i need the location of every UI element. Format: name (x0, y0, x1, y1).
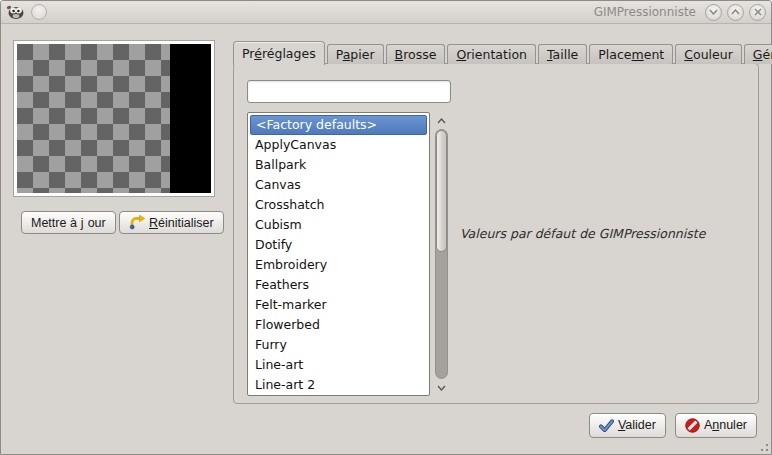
list-item[interactable]: <Factory defaults> (250, 115, 427, 135)
scroll-up-icon[interactable] (434, 114, 449, 127)
preview-pink-square (56, 78, 129, 154)
tab-general[interactable]: Général (744, 44, 772, 64)
reset-preview-button[interactable]: Réinitialiser (119, 211, 224, 234)
list-item[interactable]: Line-art (250, 355, 427, 375)
close-button[interactable] (749, 4, 766, 21)
list-item[interactable]: Canvas (250, 175, 427, 195)
maximize-button[interactable] (727, 4, 744, 21)
titlebar: GIMPressionniste (1, 1, 771, 24)
tab-couleur[interactable]: Couleur (675, 44, 742, 64)
tab-placement[interactable]: Placement (589, 44, 673, 64)
dialog-footer: Valider Annuler (1, 402, 771, 454)
list-item[interactable]: Felt-marker (250, 295, 427, 315)
scroll-down-icon[interactable] (434, 381, 449, 394)
preset-name-input[interactable] (247, 80, 451, 103)
tab-taille[interactable]: Taille (538, 44, 587, 64)
tab-bar: PréréglagesPapierBrosseOrientationTaille… (233, 40, 772, 64)
preview-black-bar (170, 44, 211, 193)
resize-grip[interactable] (758, 441, 770, 453)
gimpressionist-dialog: GIMPressionniste Mettre à jour Réinitial… (0, 0, 772, 455)
list-item[interactable]: Line-art 2 (250, 375, 427, 395)
cancel-button[interactable]: Annuler (675, 413, 757, 438)
minimize-button[interactable] (705, 4, 722, 21)
window-title: GIMPressionniste (594, 5, 700, 19)
cancel-icon (685, 418, 700, 433)
tab-brosse[interactable]: Brosse (386, 44, 446, 64)
preview-image (17, 44, 211, 193)
list-item[interactable]: Embroidery (250, 255, 427, 275)
list-item[interactable]: Crosshatch (250, 195, 427, 215)
update-preview-button[interactable]: Mettre à jour (21, 211, 116, 234)
preset-description: Valeurs par défaut de GIMPressionniste (460, 226, 705, 241)
wilber-app-icon (6, 4, 26, 20)
preview-frame (13, 40, 215, 197)
scrollbar-track[interactable] (435, 129, 448, 379)
list-item[interactable]: Dotify (250, 235, 427, 255)
tab-prereglages[interactable]: Préréglages (233, 41, 325, 65)
blue-check-icon (599, 419, 614, 432)
list-item[interactable]: Ballpark (250, 155, 427, 175)
list-item[interactable]: Cubism (250, 215, 427, 235)
presets-scrollbar[interactable] (434, 112, 449, 396)
tab-orientation[interactable]: Orientation (447, 44, 536, 64)
presets-list[interactable]: <Factory defaults>ApplyCanvasBallparkCan… (247, 112, 430, 396)
list-item[interactable]: ApplyCanvas (250, 135, 427, 155)
list-item[interactable]: Feathers (250, 275, 427, 295)
undo-icon (129, 215, 145, 230)
ok-button[interactable]: Valider (589, 413, 666, 438)
tab-papier[interactable]: Papier (327, 44, 384, 64)
scrollbar-thumb[interactable] (436, 130, 447, 252)
list-item[interactable]: Furry (250, 335, 427, 355)
window-menu-button[interactable] (31, 4, 47, 20)
list-item[interactable]: Flowerbed (250, 315, 427, 335)
